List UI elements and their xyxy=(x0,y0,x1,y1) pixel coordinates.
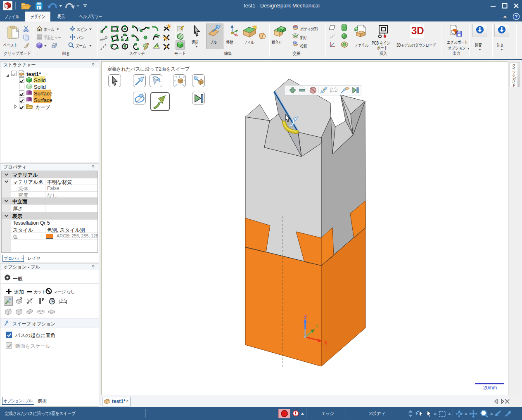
svg-text:20mm: 20mm xyxy=(483,385,497,391)
svg-text:X X: X X xyxy=(61,298,66,301)
svg-text:?: ? xyxy=(515,14,518,19)
svg-text:Z: Z xyxy=(304,314,307,319)
svg-text:Y: Y xyxy=(316,324,319,329)
svg-text:X: X xyxy=(324,340,327,345)
